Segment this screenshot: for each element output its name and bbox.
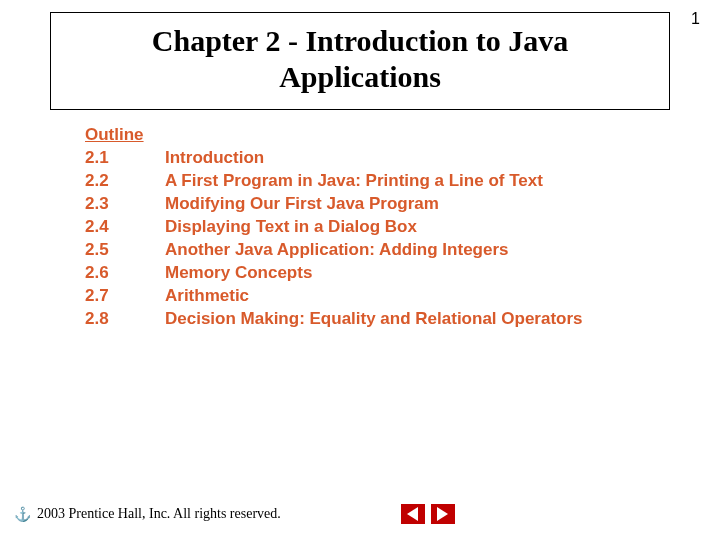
outline-item-num: 2.4 [85,216,165,239]
outline-item-title: Another Java Application: Adding Integer… [165,239,720,262]
outline-item: 2.6 Memory Concepts [85,262,720,285]
outline-item-num: 2.7 [85,285,165,308]
outline-heading: Outline [85,124,720,147]
chapter-title: Chapter 2 - Introduction to Java Applica… [71,23,649,95]
outline-item: 2.2 A First Program in Java: Printing a … [85,170,720,193]
outline-item-num: 2.5 [85,239,165,262]
page-number: 1 [691,10,700,28]
outline-item: 2.7 Arithmetic [85,285,720,308]
outline-item: 2.1 Introduction [85,147,720,170]
outline-item-title: Arithmetic [165,285,720,308]
anchor-icon: ⚓ [14,506,31,523]
footer: ⚓ 2003 Prentice Hall, Inc. All rights re… [14,504,706,524]
outline-item-title: Displaying Text in a Dialog Box [165,216,720,239]
outline-item-num: 2.2 [85,170,165,193]
outline-item-title: A First Program in Java: Printing a Line… [165,170,720,193]
outline-item-num: 2.3 [85,193,165,216]
outline-item-title: Memory Concepts [165,262,720,285]
outline-item: 2.4 Displaying Text in a Dialog Box [85,216,720,239]
outline-section: Outline 2.1 Introduction 2.2 A First Pro… [85,124,720,330]
outline-item-num: 2.6 [85,262,165,285]
copyright-text: 2003 Prentice Hall, Inc. All rights rese… [37,506,281,522]
title-box: Chapter 2 - Introduction to Java Applica… [50,12,670,110]
prev-button[interactable] [401,504,425,524]
nav-arrows [401,504,455,524]
outline-item-title: Decision Making: Equality and Relational… [165,308,720,331]
outline-item-title: Modifying Our First Java Program [165,193,720,216]
outline-item-num: 2.1 [85,147,165,170]
outline-item: 2.8 Decision Making: Equality and Relati… [85,308,720,331]
outline-item: 2.3 Modifying Our First Java Program [85,193,720,216]
arrow-left-icon [407,507,418,521]
next-button[interactable] [431,504,455,524]
outline-item-num: 2.8 [85,308,165,331]
outline-item-title: Introduction [165,147,720,170]
outline-item: 2.5 Another Java Application: Adding Int… [85,239,720,262]
arrow-right-icon [437,507,448,521]
